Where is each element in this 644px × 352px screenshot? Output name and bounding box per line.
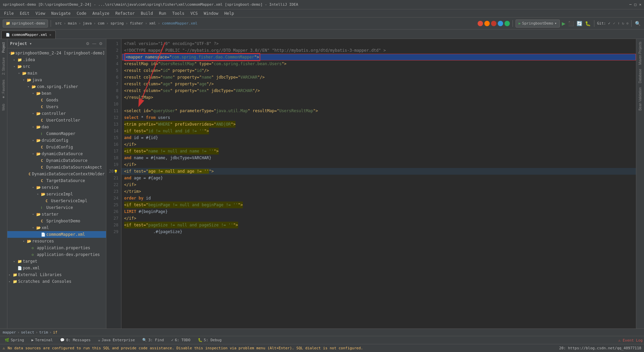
close-btn[interactable]: ✕ — [639, 2, 641, 7]
tree-item-DruidConfig[interactable]: CDruidConfig — [7, 144, 106, 150]
tree-item-dao[interactable]: ▾📂dao — [7, 124, 106, 130]
tree-item-druidConfig[interactable]: ▾📂druidConfig — [7, 137, 106, 144]
project-tab[interactable]: Project — [1, 40, 6, 55]
database-btn[interactable]: Database — [638, 68, 643, 85]
tree-item-src[interactable]: ▾📂src — [7, 63, 106, 70]
menu-navigate[interactable]: Navigate — [49, 10, 73, 16]
tree-item-Users[interactable]: CUsers — [7, 103, 106, 110]
debug-button[interactable]: 🐛 — [584, 20, 591, 27]
sidebar-gear-btn[interactable]: ⚙ — [98, 41, 103, 47]
bc-main[interactable]: main — [66, 20, 78, 26]
menu-tools[interactable]: Tools — [170, 10, 187, 16]
tree-item-serviceImpl[interactable]: ▾📂serviceImpl — [7, 191, 106, 197]
tree-item-Goods[interactable]: CGoods — [7, 97, 106, 103]
menu-view[interactable]: View — [33, 10, 48, 16]
structure-tab[interactable]: 2: Structure — [1, 55, 6, 77]
tree-label-src: src — [23, 64, 30, 69]
search-button[interactable]: 🔍 — [634, 20, 641, 27]
tree-item-dynamicDataSource[interactable]: ▾📂dynamicDataSource — [7, 150, 106, 157]
todo-tab[interactable]: ✓ 6: TODO — [168, 337, 194, 344]
menu-vcs[interactable]: VCS — [188, 10, 201, 16]
bc-spring[interactable]: spring — [109, 20, 125, 26]
tree-item-resources[interactable]: ▾📂resources — [7, 238, 106, 245]
bc-src[interactable]: src — [54, 20, 63, 26]
debug-tab[interactable]: 🐛 5: Debug — [195, 337, 225, 344]
tree-item-DynamicDataSourceAspect[interactable]: CDynamicDataSourceAspect — [7, 164, 106, 171]
tree-item-service[interactable]: ▾📂service — [7, 184, 106, 191]
tree-item-java[interactable]: ▾📂java — [7, 77, 106, 83]
tree-item-controller[interactable]: ▾📂controller — [7, 110, 106, 117]
menu-file[interactable]: File — [1, 10, 16, 16]
line-num-7: 7 — [106, 81, 121, 87]
project-selector[interactable]: 📁 springboot-demo — [3, 19, 48, 28]
todo-label: 6: TODO — [175, 338, 190, 342]
bc-trim[interactable]: trim — [39, 330, 48, 335]
reload-button[interactable]: 🔄 — [576, 20, 583, 27]
stop-button[interactable]: ⬛ — [568, 20, 575, 27]
tree-item-TargetDataSource[interactable]: CTargetDataSource — [7, 177, 106, 184]
run-button[interactable]: ▶ — [561, 20, 566, 27]
event-log-btn[interactable]: ⚠ Event Log — [618, 338, 643, 343]
tab-commomMapper[interactable]: 📄 commomMapper.xml ✕ — [1, 31, 56, 39]
web-tab[interactable]: Web — [1, 102, 6, 113]
bc-if[interactable]: if — [53, 330, 57, 335]
run-config-selector[interactable]: ▶ SpringbootDemo ▾ — [516, 19, 560, 28]
menu-window[interactable]: Window — [201, 10, 221, 16]
bc-select[interactable]: select — [21, 330, 34, 335]
menu-run[interactable]: Run — [156, 10, 169, 16]
ie-icon[interactable] — [491, 21, 496, 26]
tree-item-CommonMapper[interactable]: ⅠCommonMapper — [7, 130, 106, 137]
bc-file[interactable]: commomMapper.xml — [161, 20, 199, 26]
minimize-btn[interactable]: ─ — [629, 2, 632, 7]
tree-item-main[interactable]: ▾📂main — [7, 70, 106, 77]
tree-item-application-dev.properties[interactable]: ⚙application-dev.properties — [7, 251, 106, 258]
sidebar-settings-btn[interactable]: ⚙ — [85, 41, 90, 47]
menu-code[interactable]: Code — [74, 10, 89, 16]
tree-item-External Libraries[interactable]: ▸📁External Libraries — [7, 271, 106, 278]
tree-item-UserController[interactable]: CUserController — [7, 117, 106, 124]
java-enterprise-tab[interactable]: ☕ Java Enterprise — [95, 337, 138, 344]
chrome-icon[interactable] — [478, 21, 483, 26]
tree-item-com.spring.fisher[interactable]: ▾📂com.spring.fisher — [7, 83, 106, 90]
tree-item-xml[interactable]: ▾📂xml — [7, 224, 106, 231]
bean-validation-btn[interactable]: Bean Validation — [638, 86, 643, 112]
tree-item-Scratches and Consoles[interactable]: ▸📁Scratches and Consoles — [7, 278, 106, 285]
favorites-tab[interactable]: ★: Favorites — [1, 78, 6, 101]
bc-java[interactable]: java — [82, 20, 93, 26]
tree-item-pom.xml[interactable]: 📄pom.xml — [7, 265, 106, 271]
tab-close-btn[interactable]: ✕ — [49, 33, 51, 37]
tree-container[interactable]: ▾📂springbootDemo_2-24 [springboot-demo] … — [7, 48, 106, 328]
sidebar-collapse-btn[interactable]: — — [92, 41, 97, 47]
tree-item-idea[interactable]: ▸📁.idea — [7, 56, 106, 63]
messages-tab[interactable]: 💬 0: Messages — [57, 337, 94, 344]
bc-xml[interactable]: xml — [148, 20, 157, 26]
find-tab[interactable]: 🔍 3: Find — [139, 337, 167, 344]
menu-refactor[interactable]: Refactor — [113, 10, 138, 16]
menu-analyze[interactable]: Analyze — [90, 10, 112, 16]
menu-build[interactable]: Build — [138, 10, 156, 16]
spring-tab[interactable]: 🌿 Spring — [1, 337, 28, 344]
tree-item-application.properties[interactable]: ⚙application.properties — [7, 245, 106, 251]
tree-item-springbootDemo_2-24[interactable]: ▾📂springbootDemo_2-24 [springboot-demo] … — [7, 50, 106, 56]
tree-item-SpringbootDemo[interactable]: CSpringbootDemo — [7, 218, 106, 224]
firefox-icon[interactable] — [484, 21, 490, 26]
menu-edit[interactable]: Edit — [17, 10, 32, 16]
tree-item-UserService[interactable]: ⅠUserService — [7, 204, 106, 211]
maven-projects-btn[interactable]: Maven Projects — [638, 40, 643, 66]
tree-item-DynamicDataSourceContextHolder[interactable]: CDynamicDataSourceContextHolder — [7, 171, 106, 177]
terminal-tab[interactable]: ▶ Terminal — [28, 337, 56, 344]
tree-item-DynamicDataSource[interactable]: CDynamicDataSource — [7, 157, 106, 164]
edge-icon[interactable] — [498, 21, 503, 26]
safari-icon[interactable] — [504, 21, 510, 26]
bc-fisher[interactable]: fisher — [128, 20, 145, 26]
tree-item-UserServiceImpl[interactable]: CUserServiceImpl — [7, 197, 106, 204]
tree-item-commomMapper.xml[interactable]: 📄commomMapper.xml — [7, 231, 106, 238]
code-content[interactable]: <?xml version="1.0" encoding="UTF-8" ?><… — [121, 39, 636, 328]
bc-mapper[interactable]: mapper — [3, 330, 16, 335]
bc-com[interactable]: com — [96, 20, 106, 26]
maximize-btn[interactable]: □ — [634, 2, 637, 7]
tree-item-target[interactable]: ▸📁target — [7, 258, 106, 265]
tree-item-bean[interactable]: ▾📂bean — [7, 90, 106, 97]
menu-help[interactable]: Help — [222, 10, 237, 16]
tree-item-starter[interactable]: ▾📂starter — [7, 211, 106, 218]
